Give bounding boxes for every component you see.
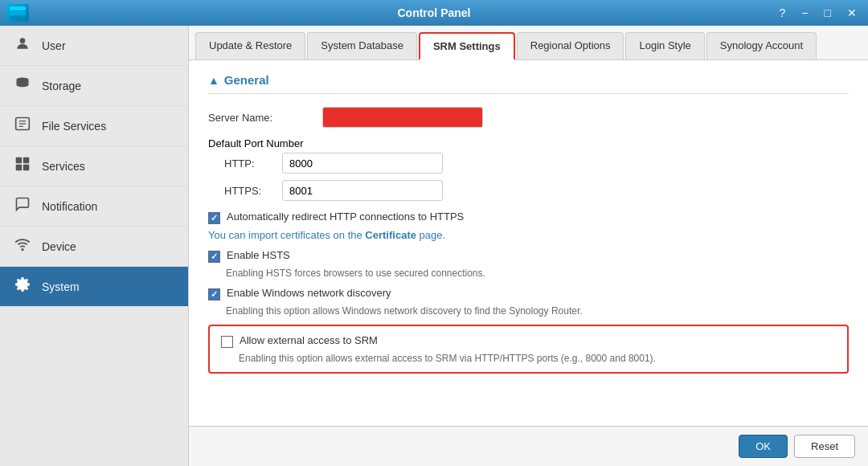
windows-discovery-checkbox[interactable]: ✓ — [208, 288, 220, 300]
default-port-label: Default Port Number — [208, 137, 304, 149]
redirect-label: Automatically redirect HTTP connections … — [227, 211, 464, 223]
sidebar-system-label: System — [42, 280, 80, 293]
user-icon — [13, 35, 32, 55]
https-row: HTTPS: — [208, 180, 849, 201]
cert-info: You can import certificates on the Certi… — [208, 229, 849, 241]
app-logo — [6, 4, 29, 22]
svg-rect-1 — [10, 11, 26, 15]
collapse-icon[interactable]: ▲ — [208, 74, 219, 87]
external-access-row: Allow external access to SRM — [221, 334, 836, 348]
minimize-button[interactable]: − — [796, 5, 813, 21]
main-content: ▲ General Server Name: Default Port Numb… — [189, 60, 868, 426]
sidebar-item-user[interactable]: User — [0, 26, 188, 66]
svg-rect-0 — [10, 6, 26, 10]
sidebar-item-system[interactable]: System — [0, 267, 188, 307]
external-access-label: Allow external access to SRM — [240, 334, 378, 346]
sidebar-notification-label: Notification — [42, 200, 97, 213]
system-icon — [13, 276, 32, 296]
server-name-row: Server Name: — [208, 107, 849, 128]
content-area: Update & Restore System Database SRM Set… — [189, 26, 868, 466]
svg-rect-11 — [16, 165, 23, 171]
sidebar-item-services[interactable]: Services — [0, 146, 188, 186]
certificate-link[interactable]: Certificate — [365, 229, 416, 241]
help-button[interactable]: ? — [775, 5, 791, 21]
redirect-row: ✓ Automatically redirect HTTP connection… — [208, 211, 849, 224]
reset-button[interactable]: Reset — [794, 435, 855, 458]
sidebar-user-label: User — [42, 39, 66, 52]
sidebar-device-label: Device — [42, 240, 76, 253]
tab-bar: Update & Restore System Database SRM Set… — [189, 26, 868, 60]
svg-rect-12 — [23, 165, 30, 171]
https-label: HTTPS: — [224, 185, 272, 197]
redirect-checkbox[interactable]: ✓ — [208, 212, 220, 224]
windows-discovery-row: ✓ Enable Windows network discovery — [208, 287, 849, 300]
external-access-checkbox[interactable] — [221, 336, 233, 348]
http-input[interactable] — [282, 153, 443, 174]
svg-rect-9 — [16, 157, 23, 164]
sidebar-item-file-services[interactable]: File Services — [0, 106, 188, 146]
section-header: ▲ General — [208, 73, 849, 94]
svg-point-13 — [22, 249, 23, 251]
device-icon — [13, 236, 32, 256]
services-icon — [13, 156, 32, 176]
ok-button[interactable]: OK — [739, 435, 788, 458]
port-section: Default Port Number HTTP: HTTPS: — [208, 137, 849, 201]
sidebar-services-label: Services — [42, 160, 85, 173]
hsts-label: Enable HSTS — [227, 249, 290, 261]
http-row: HTTP: — [208, 153, 849, 174]
window-title: Control Panel — [397, 6, 470, 19]
sidebar-item-storage[interactable]: Storage — [0, 66, 188, 106]
window-controls[interactable]: ? − □ ✕ — [775, 5, 862, 21]
sidebar-item-device[interactable]: Device — [0, 227, 188, 267]
tab-srm-settings[interactable]: SRM Settings — [419, 32, 515, 60]
close-button[interactable]: ✕ — [842, 5, 862, 21]
sidebar-file-services-label: File Services — [42, 120, 106, 133]
tab-system-database[interactable]: System Database — [307, 32, 417, 59]
bottom-bar: OK Reset — [189, 426, 868, 466]
maximize-button[interactable]: □ — [820, 5, 836, 21]
windows-discovery-label: Enable Windows network discovery — [227, 287, 391, 299]
https-input[interactable] — [282, 180, 443, 201]
external-access-box: Allow external access to SRM Enabling th… — [208, 325, 849, 374]
notification-icon — [13, 196, 32, 216]
section-title: General — [224, 73, 269, 87]
hsts-checkbox[interactable]: ✓ — [208, 251, 220, 263]
svg-point-3 — [20, 38, 26, 43]
tab-login-style[interactable]: Login Style — [625, 32, 704, 59]
http-label: HTTP: — [224, 157, 272, 170]
main-container: User Storage File Services — [0, 26, 868, 466]
sidebar-item-notification[interactable]: Notification — [0, 186, 188, 227]
server-name-input[interactable] — [322, 107, 483, 128]
sidebar: User Storage File Services — [0, 26, 189, 466]
file-services-icon — [13, 116, 32, 136]
title-bar: Control Panel ? − □ ✕ — [0, 0, 868, 26]
sidebar-storage-label: Storage — [42, 80, 81, 92]
windows-discovery-subtext: Enabling this option allows Windows netw… — [208, 305, 849, 317]
server-name-label: Server Name: — [208, 112, 313, 124]
external-access-subtext: Enabling this option allows external acc… — [221, 353, 836, 364]
svg-rect-10 — [23, 157, 30, 164]
tab-regional-options[interactable]: Regional Options — [517, 32, 624, 59]
storage-icon — [13, 76, 32, 96]
hsts-subtext: Enabling HSTS forces browsers to use sec… — [208, 268, 849, 279]
hsts-row: ✓ Enable HSTS — [208, 249, 849, 263]
svg-rect-2 — [10, 16, 26, 19]
tab-synology-account[interactable]: Synology Account — [706, 32, 817, 59]
tab-update-restore[interactable]: Update & Restore — [195, 32, 305, 59]
